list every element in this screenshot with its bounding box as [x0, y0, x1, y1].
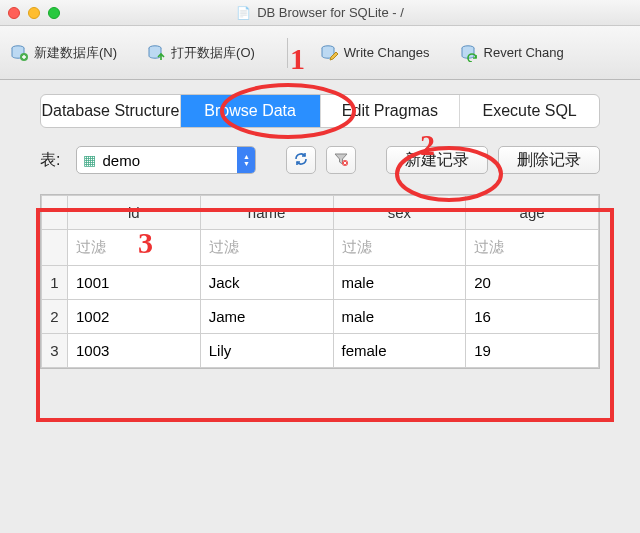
tab-edit-pragmas[interactable]: Edit Pragmas	[321, 95, 461, 127]
write-changes-icon	[320, 44, 338, 62]
filter-input[interactable]: 过滤	[68, 230, 201, 266]
table-select-value: demo	[102, 152, 237, 169]
table-label: 表:	[40, 150, 60, 171]
row-number: 1	[42, 266, 68, 300]
cell-sex[interactable]: male	[333, 300, 466, 334]
main-area: Database Structure Browse Data Edit Prag…	[0, 80, 640, 369]
new-database-label: 新建数据库(N)	[34, 44, 117, 62]
window-controls	[8, 7, 60, 19]
funnel-icon	[333, 151, 349, 170]
revert-changes-label: Revert Chang	[484, 45, 564, 60]
filter-rownum	[42, 230, 68, 266]
refresh-icon	[293, 151, 309, 170]
cell-id[interactable]: 1003	[68, 334, 201, 368]
cell-name[interactable]: Lily	[200, 334, 333, 368]
open-database-label: 打开数据库(O)	[171, 44, 255, 62]
new-database-button[interactable]: 新建数据库(N)	[10, 44, 117, 62]
table-select[interactable]: ▦ demo ▲▼	[76, 146, 256, 174]
column-header[interactable]: name	[200, 196, 333, 230]
table-controls: 表: ▦ demo ▲▼ 新建记录 删除记录	[0, 128, 640, 184]
cell-name[interactable]: Jame	[200, 300, 333, 334]
close-icon[interactable]	[8, 7, 20, 19]
data-table: id name sex age 过滤 过滤 过滤 过滤 1 1001 Jack	[41, 195, 599, 368]
row-number-header	[42, 196, 68, 230]
cell-age[interactable]: 20	[466, 266, 599, 300]
tab-browse-data[interactable]: Browse Data	[181, 95, 321, 127]
row-number: 3	[42, 334, 68, 368]
document-icon: 📄	[236, 6, 251, 20]
window-title-text: DB Browser for SQLite - /	[257, 5, 404, 20]
new-record-button[interactable]: 新建记录	[386, 146, 488, 174]
write-changes-button[interactable]: Write Changes	[320, 44, 430, 62]
cell-id[interactable]: 1001	[68, 266, 201, 300]
cell-id[interactable]: 1002	[68, 300, 201, 334]
revert-changes-button[interactable]: Revert Chang	[460, 44, 564, 62]
column-header[interactable]: id	[68, 196, 201, 230]
titlebar: 📄 DB Browser for SQLite - /	[0, 0, 640, 26]
tab-database-structure[interactable]: Database Structure	[41, 95, 181, 127]
main-tabs: Database Structure Browse Data Edit Prag…	[40, 94, 600, 128]
row-number: 2	[42, 300, 68, 334]
toolbar: 新建数据库(N) 打开数据库(O) Write Changes Revert C…	[0, 26, 640, 80]
zoom-icon[interactable]	[48, 7, 60, 19]
tab-execute-sql[interactable]: Execute SQL	[460, 95, 599, 127]
table-row[interactable]: 1 1001 Jack male 20	[42, 266, 599, 300]
dropdown-arrows-icon: ▲▼	[237, 147, 255, 173]
revert-changes-icon	[460, 44, 478, 62]
filter-input[interactable]: 过滤	[200, 230, 333, 266]
filter-row: 过滤 过滤 过滤 过滤	[42, 230, 599, 266]
cell-age[interactable]: 19	[466, 334, 599, 368]
clear-filters-button[interactable]	[326, 146, 356, 174]
table-row[interactable]: 2 1002 Jame male 16	[42, 300, 599, 334]
delete-record-button[interactable]: 删除记录	[498, 146, 600, 174]
cell-name[interactable]: Jack	[200, 266, 333, 300]
database-add-icon	[10, 44, 28, 62]
column-header[interactable]: sex	[333, 196, 466, 230]
write-changes-label: Write Changes	[344, 45, 430, 60]
cell-age[interactable]: 16	[466, 300, 599, 334]
refresh-button[interactable]	[286, 146, 316, 174]
filter-input[interactable]: 过滤	[333, 230, 466, 266]
cell-sex[interactable]: male	[333, 266, 466, 300]
database-open-icon	[147, 44, 165, 62]
cell-sex[interactable]: female	[333, 334, 466, 368]
table-row[interactable]: 3 1003 Lily female 19	[42, 334, 599, 368]
filter-input[interactable]: 过滤	[466, 230, 599, 266]
minimize-icon[interactable]	[28, 7, 40, 19]
toolbar-separator	[287, 38, 288, 68]
data-table-container: id name sex age 过滤 过滤 过滤 过滤 1 1001 Jack	[40, 194, 600, 369]
window-title: 📄 DB Browser for SQLite - /	[0, 0, 640, 25]
open-database-button[interactable]: 打开数据库(O)	[147, 44, 255, 62]
column-header[interactable]: age	[466, 196, 599, 230]
table-icon: ▦	[83, 152, 96, 168]
table-header-row: id name sex age	[42, 196, 599, 230]
